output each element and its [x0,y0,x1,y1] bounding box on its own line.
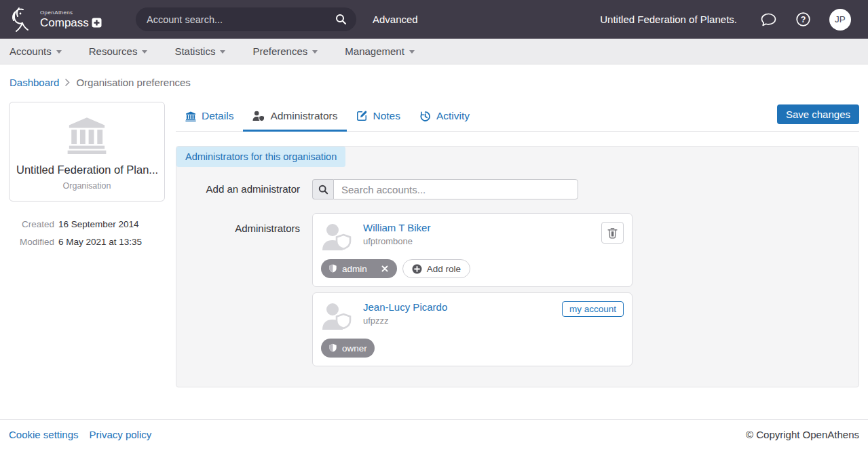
breadcrumb-dashboard-link[interactable]: Dashboard [10,77,59,88]
person-avatar-icon [321,223,352,250]
tab-details[interactable]: Details [176,102,243,131]
plus-circle-icon [412,264,422,274]
role-pill-owner: owner [321,339,375,358]
admin-card: Jean-Lucy Picardo ufpzzz my account [312,292,633,366]
breadcrumb-separator-icon [65,79,70,86]
person-shield-icon [252,111,265,121]
menu-resources-label: Resources [89,45,138,57]
messages-button[interactable] [760,12,777,28]
tab-details-label: Details [202,110,233,122]
main-menu: Accounts Resources Statistics Preference… [0,39,868,64]
admin-name-link[interactable]: Jean-Lucy Picardo [363,301,447,313]
federation-name: Untitled Federation of Planets. [600,14,737,25]
cookie-settings-link[interactable]: Cookie settings [9,429,79,440]
logo-brand-small: OpenAthens [40,10,102,16]
organisation-type: Organisation [16,181,157,191]
search-icon[interactable] [335,14,347,25]
tab-activity-label: Activity [436,110,470,122]
organisation-bank-icon [66,116,108,154]
svg-text:?: ? [801,15,806,24]
tab-notes-label: Notes [373,110,400,122]
administrators-panel: Administrators for this organisation Add… [176,146,859,387]
privacy-policy-link[interactable]: Privacy policy [90,429,152,440]
menu-management[interactable]: Management [345,45,415,57]
help-button[interactable]: ? [795,11,812,28]
chevron-down-icon [56,50,62,54]
chevron-down-icon [312,50,318,54]
administrators-list-row: Administrators William T Biker ufptrom [176,213,858,372]
menu-management-label: Management [345,45,404,57]
logo-brand: Compass [40,17,89,28]
admin-name-link[interactable]: William T Biker [363,222,430,233]
openathens-logo[interactable]: OpenAthens Compass [10,5,136,34]
add-administrator-row: Add an administrator [176,179,858,199]
search-addon [312,179,333,199]
trash-icon [607,227,618,239]
tab-bar: Details Administrators Notes [176,102,859,132]
top-bar: OpenAthens Compass Advanced Untitled Fed… [0,0,868,39]
menu-preferences-label: Preferences [252,45,307,57]
shield-icon [328,264,337,273]
menu-accounts[interactable]: Accounts [10,45,62,57]
add-role-button[interactable]: Add role [402,259,470,278]
menu-preferences[interactable]: Preferences [252,45,318,57]
admin-search-group [312,179,578,199]
administrators-list: William T Biker ufptrombone [312,213,633,372]
search-icon [318,185,328,195]
created-label: Created [9,219,54,229]
account-search [136,7,356,31]
person-avatar-icon [321,303,352,330]
chat-bubble-icon [760,12,777,28]
tab-administrators[interactable]: Administrators [243,102,347,131]
role-label: admin [342,264,367,274]
chevron-down-icon [142,50,147,54]
shield-icon [328,343,337,353]
help-icon: ? [795,11,812,28]
breadcrumb: Dashboard Organisation preferences [10,77,858,88]
remove-role-button[interactable] [380,264,390,273]
organisation-title: Untitled Federation of Plan... [16,164,157,176]
history-icon [419,111,431,122]
page-footer: Cookie settings Privacy policy © Copyrig… [0,419,868,460]
menu-statistics-label: Statistics [174,45,215,57]
organisation-meta: Created 16 September 2014 Modified 6 May… [9,219,165,247]
chevron-down-icon [409,50,415,54]
admin-username: ufptrombone [363,236,430,246]
modified-value: 6 May 2021 at 13:35 [58,237,142,247]
advanced-search-link[interactable]: Advanced [373,14,418,25]
save-changes-button[interactable]: Save changes [777,104,859,124]
plus-badge-icon [92,18,102,28]
role-pill-admin: admin [321,259,397,278]
administrators-label: Administrators [176,213,300,234]
menu-statistics[interactable]: Statistics [174,45,225,57]
pencil-square-icon [356,111,367,121]
menu-resources[interactable]: Resources [89,45,148,57]
user-avatar[interactable]: JP [829,9,851,31]
tab-activity[interactable]: Activity [410,102,479,131]
chevron-down-icon [220,50,225,54]
organisation-sidebar: Untitled Federation of Plan... Organisat… [9,102,165,387]
add-administrator-label: Add an administrator [176,179,300,199]
openathens-logo-icon [10,5,35,34]
breadcrumb-current: Organisation preferences [76,77,190,88]
organisation-card: Untitled Federation of Plan... Organisat… [9,102,165,202]
menu-accounts-label: Accounts [10,45,52,57]
bank-icon [185,111,196,121]
created-row: Created 16 September 2014 [9,219,165,229]
main-column: Details Administrators Notes [176,102,859,387]
role-label: owner [342,343,367,353]
copyright: © Copyright OpenAthens [746,429,859,440]
admin-search-input[interactable] [333,179,578,199]
created-value: 16 September 2014 [58,219,139,229]
remove-administrator-button[interactable] [601,222,624,244]
panel-title-tab: Administrators for this organisation [176,147,345,167]
admin-card: William T Biker ufptrombone [312,213,633,287]
tab-administrators-label: Administrators [270,110,337,122]
modified-row: Modified 6 May 2021 at 13:35 [9,237,165,247]
account-search-input[interactable] [136,7,356,31]
add-role-label: Add role [427,264,461,274]
modified-label: Modified [9,237,54,247]
content-area: Untitled Federation of Plan... Organisat… [9,102,859,387]
close-icon [381,265,388,272]
tab-notes[interactable]: Notes [347,102,410,131]
